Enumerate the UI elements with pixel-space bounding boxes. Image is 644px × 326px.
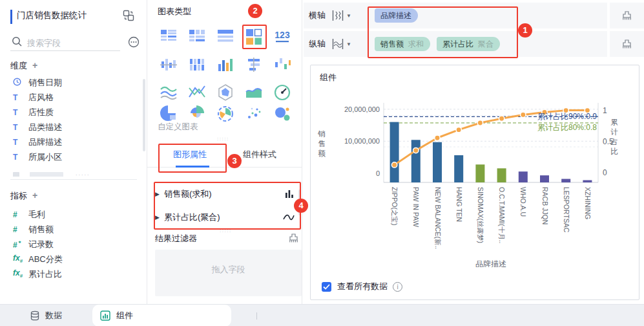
area-icon[interactable] (244, 83, 264, 102)
svg-text:品牌描述: 品牌描述 (475, 259, 506, 268)
y-axis-icon[interactable] (331, 38, 344, 50)
component-chart-icon (100, 310, 110, 321)
dropzone-placeholder: 拖入字段 (155, 264, 302, 276)
chart-type-header: 图表类型 (158, 6, 191, 17)
field-pill[interactable]: 品牌描述 (375, 8, 418, 23)
scatter-icon[interactable] (244, 104, 264, 124)
svg-text:RACB JJQN: RACB JJQN (541, 187, 549, 224)
bubble-icon[interactable] (273, 104, 292, 124)
tab-component[interactable]: 组件 (92, 305, 231, 326)
filter-dropzone[interactable]: 拖入字段 (155, 250, 302, 296)
dimension-list: 销售日期T店风格T店性质T品类描述T品牌描述T所属小区 (13, 75, 136, 164)
clear-axis-icon[interactable] (621, 10, 632, 21)
rose-pie-icon[interactable] (187, 104, 207, 124)
field-item[interactable]: fx#累计占比 (13, 266, 136, 281)
pill-aggregation: 求和 (408, 39, 424, 50)
field-item[interactable]: T所属小区 (13, 149, 136, 164)
field-item[interactable]: T店风格 (13, 90, 136, 105)
tab-graphic-properties[interactable]: 图形属性 (173, 149, 207, 160)
text-icon: T (13, 93, 28, 102)
field-item[interactable]: #销售额 (13, 222, 136, 237)
x-axis-icon[interactable] (331, 9, 344, 22)
x-axis-shelf: 横轴 ▼ 品牌描述 (304, 3, 607, 28)
sidebar-scrollbar[interactable] (143, 79, 145, 151)
field-item[interactable]: fx#ABC分类 (13, 252, 136, 266)
clear-filter-icon[interactable] (288, 233, 299, 244)
stacked-column-icon[interactable] (187, 56, 207, 75)
svg-text:LESPORTSAC: LESPORTSAC (563, 187, 570, 233)
field-label: 店风格 (28, 92, 54, 103)
svg-text:0: 0 (603, 168, 607, 177)
expand-caret-icon[interactable]: ▶ (155, 191, 160, 197)
tab-data[interactable]: 数据 (30, 310, 62, 321)
tab-component-style[interactable]: 组件样式 (243, 149, 276, 160)
field-item[interactable]: T品牌描述 (13, 135, 136, 149)
stream-icon[interactable] (159, 83, 178, 102)
text-icon: T (13, 153, 28, 162)
bar-icon[interactable] (244, 56, 264, 75)
axis-dropdown-caret[interactable]: ▼ (346, 41, 351, 47)
group-table-icon[interactable] (159, 27, 178, 47)
drag-handle-dots: ::::: (76, 173, 90, 177)
svg-text:比: 比 (610, 147, 618, 155)
drag-handle-dots: ::::: (217, 136, 229, 142)
expand-caret-icon[interactable]: ▶ (155, 214, 160, 221)
field-sidebar: 门店销售数据统计 搜索字段 维度+ 销售日期T店风格T店性质T品类描述T品牌描述… (0, 0, 147, 304)
number-icon: # (13, 225, 28, 234)
column-icon[interactable] (216, 56, 235, 75)
database-icon (30, 310, 40, 321)
clock-icon (13, 78, 28, 88)
text-icon: T (13, 138, 28, 147)
chart-config-panel: 图表类型 123 自定义图表 ::::: 图形属性 组件样式 ▶ 销售额(求和)… (147, 0, 302, 304)
bottom-bar: 数据 组件 (0, 304, 644, 326)
field-label: 销售额 (28, 224, 54, 235)
gauge-icon[interactable] (273, 83, 292, 102)
section-divider (10, 179, 137, 180)
multi-line-icon[interactable] (187, 83, 207, 102)
kpi-card-icon[interactable]: 123 (273, 27, 292, 47)
detail-table-icon[interactable] (216, 27, 235, 47)
range-column-icon[interactable] (273, 56, 292, 75)
svg-text:额: 额 (318, 149, 326, 157)
add-dimension-icon[interactable]: + (32, 60, 37, 71)
field-item[interactable]: T店性质 (13, 105, 136, 120)
dataset-title: 门店销售数据统计 (17, 10, 87, 21)
svg-text:20,000,000: 20,000,000 (344, 105, 380, 113)
field-pill[interactable]: 销售额求和 (375, 37, 430, 51)
field-item[interactable]: #＊记录数 (13, 237, 136, 252)
panel-scrollbar[interactable] (298, 190, 301, 215)
custom-chart-icon[interactable] (244, 27, 264, 47)
svg-text:累计占比90%:0.9: 累计占比90%:0.9 (537, 112, 597, 121)
switch-dataset-icon[interactable] (123, 10, 134, 21)
search-input[interactable]: 搜索字段 (27, 38, 61, 49)
more-options-icon[interactable] (128, 36, 140, 48)
grouped-column-icon[interactable] (159, 56, 178, 75)
radar-icon[interactable] (216, 83, 235, 102)
svg-text:NEW BALANCE(新..: NEW BALANCE(新.. (434, 187, 442, 249)
cross-table-icon[interactable] (187, 27, 207, 47)
svg-text:售: 售 (318, 140, 326, 147)
pie-icon[interactable] (159, 104, 178, 124)
info-icon[interactable]: i (393, 282, 402, 292)
field-item[interactable]: T品类描述 (13, 120, 136, 135)
field-item[interactable]: 销售日期 (13, 75, 136, 90)
mini-bars-icon (284, 189, 295, 199)
custom-chart-label: 自定义图表 (158, 122, 198, 133)
x-axis-label: 横轴 (309, 10, 326, 21)
component-card[interactable]: 组件 累计占比90%:0.9累计占比80%:0.8010,000,00020,0… (310, 65, 639, 300)
y-axis-label: 纵轴 (309, 38, 326, 50)
svg-text:SINOMAX(丝露梦): SINOMAX(丝露梦) (477, 187, 484, 243)
property-cumulative-agg[interactable]: ▶ 累计占比(聚合) (155, 208, 295, 226)
field-pill[interactable]: 累计占比聚合 (437, 37, 500, 51)
view-all-data-checkbox[interactable] (322, 282, 331, 292)
app-window: 门店销售数据统计 搜索字段 维度+ 销售日期T店风格T店性质T品类描述T品牌描述… (0, 0, 644, 326)
field-label: ABC分类 (28, 254, 63, 265)
axis-dropdown-caret[interactable]: ▼ (346, 13, 351, 19)
add-metric-icon[interactable]: + (32, 190, 37, 201)
pareto-chart[interactable]: 累计占比90%:0.9累计占比80%:0.8010,000,00020,000,… (311, 77, 639, 279)
field-item[interactable]: #毛利 (13, 207, 136, 222)
clear-axis-icon[interactable] (621, 39, 632, 50)
property-sales-sum[interactable]: ▶ 销售额(求和) (155, 185, 295, 203)
result-filter-header: 结果过滤器 (155, 233, 197, 244)
map-pie-icon[interactable] (216, 104, 235, 124)
